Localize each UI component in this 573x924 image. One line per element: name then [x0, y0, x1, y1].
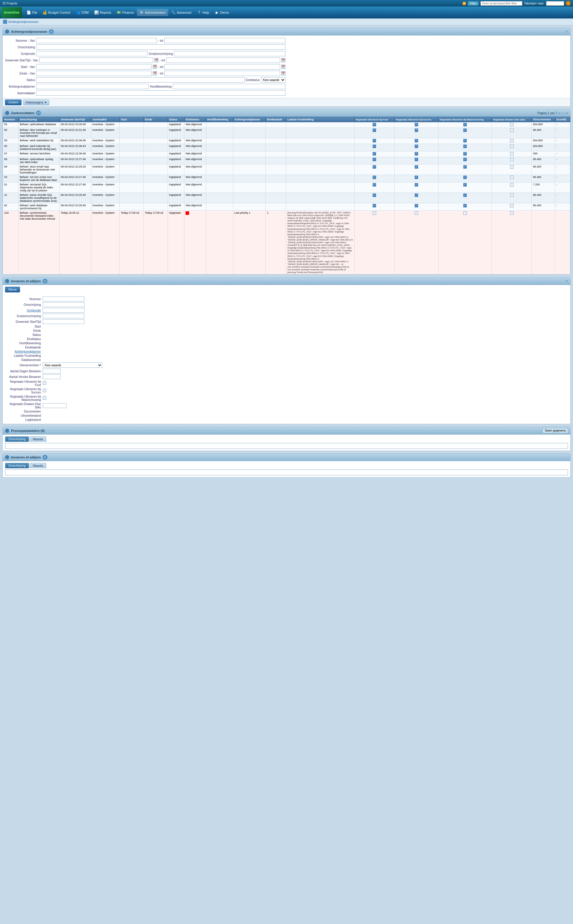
table-row[interactable]: 55 Beheer: optimaliseer database 06-04-2…	[3, 122, 570, 128]
cell-waarschuwing-cb[interactable]	[438, 144, 492, 151]
else-cb[interactable]	[510, 176, 514, 179]
table-row[interactable]: 53 Beheer: zet een script voor kopieren …	[3, 175, 570, 183]
cell-succes-cb[interactable]	[395, 164, 438, 175]
d-aantal-dagen-input[interactable]	[43, 369, 61, 373]
cell-waarschuwing-cb[interactable]	[438, 203, 492, 211]
nieuw-button[interactable]: Nieuw	[5, 287, 20, 292]
d-uitvoerrechten-select[interactable]: Kies waarde	[43, 362, 102, 368]
nav-item-help[interactable]: ? Help	[194, 9, 212, 16]
d-nogmaals-waarschuwing-cb[interactable]	[43, 396, 102, 400]
else-cb[interactable]	[510, 139, 514, 142]
nummer-van-input[interactable]	[36, 38, 157, 43]
cell-succes-cb[interactable]	[395, 144, 438, 151]
else-cb[interactable]	[510, 204, 514, 208]
waarschuwing-cb[interactable]	[463, 204, 467, 208]
succes-cb[interactable]	[415, 165, 418, 169]
waarschuwing-cb[interactable]	[463, 194, 467, 197]
else-cb[interactable]	[510, 145, 514, 148]
help-button[interactable]: Helperpagina ▼	[23, 100, 49, 105]
tab-omschrijving-2[interactable]: Omschrijving	[5, 463, 29, 468]
col-waarschuwing-cb[interactable]: Nogmaals Uitvoeren bij Waarschuwing	[438, 117, 492, 122]
cell-waarschuwing-cb[interactable]	[438, 138, 492, 144]
cell-fout-cb[interactable]	[354, 211, 395, 275]
waarschuwing-cb[interactable]	[463, 145, 467, 148]
page-first[interactable]: «	[558, 111, 560, 115]
nav-item-advanced[interactable]: 🔧 Advanced	[169, 9, 194, 16]
col-eindstatus[interactable]: Eindstatus	[184, 117, 206, 122]
start-van-input[interactable]	[36, 64, 152, 69]
aanmaakjaar-input[interactable]	[36, 90, 285, 96]
cell-else-cb[interactable]	[492, 193, 532, 203]
col-start[interactable]: Start	[119, 117, 144, 122]
einde-tot-input[interactable]	[164, 71, 280, 76]
waarschuwing-cb[interactable]	[463, 211, 467, 215]
page-prev[interactable]: ‹	[562, 111, 563, 115]
col-einde[interactable]: Einde	[144, 117, 168, 122]
cell-succes-cb[interactable]	[395, 175, 438, 183]
waarschuwing-cb[interactable]	[463, 123, 467, 126]
col-starttijd[interactable]: Gewenste StartTijd	[59, 117, 91, 122]
d-gew-starttijd-input[interactable]	[43, 319, 85, 324]
eindstatus-select[interactable]: Kies waarde	[261, 77, 285, 83]
tab-omschrijving[interactable]: Omschrijving	[5, 436, 29, 442]
start-cal-icon2[interactable]: 📅	[281, 65, 285, 69]
col-omschrijving[interactable]: Omschrijving	[19, 117, 59, 122]
cell-succes-cb[interactable]	[395, 157, 438, 164]
succes-cb[interactable]	[415, 183, 418, 187]
waarschuwing-cb[interactable]	[463, 183, 467, 187]
fout-cb[interactable]	[373, 123, 376, 126]
start-cal-icon[interactable]: 📅	[153, 65, 157, 69]
einde-cal-icon2[interactable]: 📅	[281, 71, 285, 75]
page-last[interactable]: »	[566, 111, 568, 115]
succes-cb[interactable]	[415, 145, 418, 148]
cell-waarschuwing-cb[interactable]	[438, 164, 492, 175]
fout-cb[interactable]	[373, 128, 376, 132]
waarschuwing-cb[interactable]	[463, 176, 467, 179]
waarschuwing-cb[interactable]	[463, 152, 467, 156]
succes-cb[interactable]	[415, 211, 418, 215]
gew-starttijd-cal-icon[interactable]: 📅	[154, 58, 158, 62]
table-row[interactable]: 68 Beheer: optimaliseer opslag van tekst…	[3, 157, 570, 164]
col-foutmelding[interactable]: Laatste Foutmelding	[286, 117, 354, 122]
d-scriptomschrijving-input[interactable]	[43, 314, 85, 318]
d-scriptcode-label[interactable]: Scriptcode	[5, 309, 41, 312]
cell-fout-cb[interactable]	[354, 164, 395, 175]
nav-item-demo[interactable]: ▶ Demo	[212, 9, 231, 16]
fout-cb[interactable]	[373, 211, 376, 215]
search-panel-close[interactable]: ×	[566, 30, 568, 34]
col-else-cb[interactable]: Nogmaals Draaien Else (tak)	[492, 117, 532, 122]
nav-item-reports[interactable]: 📊 Reports	[92, 9, 114, 16]
d-fout-checkbox[interactable]	[43, 381, 46, 385]
cell-fout-cb[interactable]	[354, 175, 395, 183]
achtergrondplanner-input[interactable]	[36, 84, 149, 89]
table-row[interactable]: 56 Beheer: door metingen in Inventive PM…	[3, 128, 570, 138]
cell-succes-cb[interactable]	[395, 193, 438, 203]
cell-succes-cb[interactable]	[395, 122, 438, 128]
cell-else-cb[interactable]	[492, 128, 532, 138]
cell-succes-cb[interactable]	[395, 151, 438, 157]
fout-cb[interactable]	[373, 204, 376, 208]
table-row[interactable]: 69 Beheer: stuur email naar beheerder en…	[3, 164, 570, 175]
cell-waarschuwing-cb[interactable]	[438, 193, 492, 203]
cell-else-cb[interactable]	[492, 157, 532, 164]
table-row[interactable]: 41 Beheer: parse zinvolle SQL statements…	[3, 193, 570, 203]
cell-else-cb[interactable]	[492, 144, 532, 151]
navigate-input[interactable]	[546, 1, 564, 6]
fout-cb[interactable]	[373, 176, 376, 179]
nav-item-crm[interactable]: 👥 CRM	[73, 9, 91, 16]
cell-fout-cb[interactable]	[354, 193, 395, 203]
table-row[interactable]: 67 Beheer: ververs berichten 06-04-2013 …	[3, 151, 570, 157]
gew-starttijd-cal-icon2[interactable]: 📅	[281, 58, 285, 62]
waarschuwing-cb[interactable]	[463, 158, 467, 161]
cell-succes-cb[interactable]	[395, 138, 438, 144]
status-input[interactable]	[36, 77, 244, 83]
col-nummer[interactable]: Nummer	[3, 117, 19, 122]
cell-succes-cb[interactable]	[395, 211, 438, 275]
else-cb[interactable]	[510, 152, 514, 156]
einde-van-input[interactable]	[36, 71, 152, 76]
succes-cb[interactable]	[415, 139, 418, 142]
cell-else-cb[interactable]	[492, 203, 532, 211]
fout-cb[interactable]	[373, 145, 376, 148]
succes-cb[interactable]	[415, 204, 418, 208]
zoeken-button[interactable]: Zoeken	[5, 100, 22, 105]
